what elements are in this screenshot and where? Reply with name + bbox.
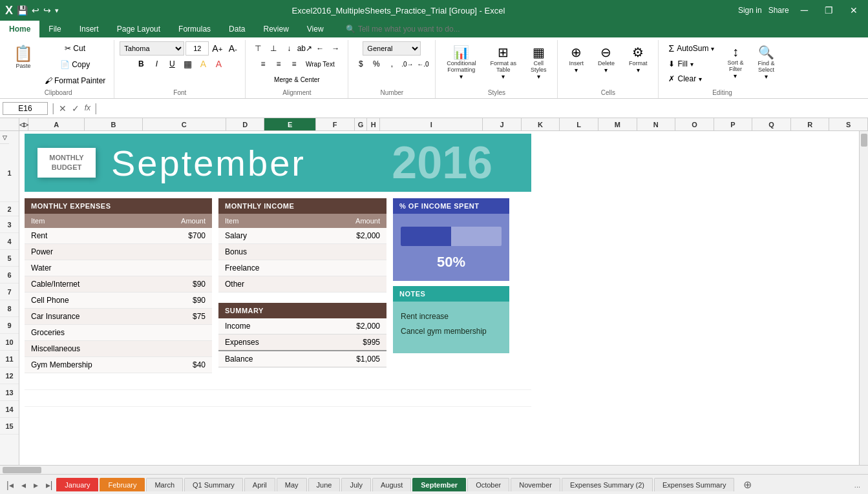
underline-button[interactable]: U [165,57,179,71]
paste-button[interactable]: 📋 Paste [8,41,39,72]
col-header-b[interactable]: B [85,118,142,130]
indent-increase-btn[interactable]: → [328,41,343,56]
font-size-input[interactable] [185,41,209,56]
expense-row-power[interactable]: Power [25,244,212,260]
copy-button[interactable]: 📄 Copy [41,57,109,72]
col-header-l[interactable]: L [560,118,598,130]
insert-function-icon[interactable]: fx [85,103,90,114]
align-left-btn[interactable]: ≡ [256,57,270,71]
cancel-formula-icon[interactable]: ✕ [59,103,67,114]
vertical-scrollbar[interactable] [859,131,868,465]
col-header-g[interactable]: G [355,118,368,130]
cell-reference-input[interactable] [3,102,48,115]
expense-row-groceries[interactable]: Groceries [25,325,212,341]
expense-row-cellphone[interactable]: Cell Phone $90 [25,293,212,309]
insert-button[interactable]: ⊕ Insert ▾ [563,41,589,77]
tab-scroll-indicator[interactable]: ... [849,481,865,489]
delete-dropdown[interactable]: ▾ [604,67,608,74]
scrollbar-thumb[interactable] [861,134,867,147]
tab-january[interactable]: January [56,478,98,491]
signin-button[interactable]: Sign in [738,6,762,15]
quick-access-save[interactable]: 💾 [17,5,28,15]
restore-button[interactable]: ❐ [820,4,838,17]
col-header-n[interactable]: N [637,118,676,130]
col-header-j[interactable]: J [483,118,522,130]
borders-button[interactable]: ▦ [180,57,195,71]
col-header-h[interactable]: H [367,118,380,130]
clear-button[interactable]: ✗ Clear ▾ [664,72,719,85]
row-15[interactable] [25,390,531,407]
tab-april[interactable]: April [244,478,275,491]
fill-button[interactable]: ⬇ Fill ▾ [664,57,719,70]
merge-center-btn[interactable]: Merge & Center [271,72,323,87]
expense-row-water[interactable]: Water [25,260,212,276]
row-num-2[interactable]: 2 [0,202,19,216]
summary-balance-row[interactable]: Balance $1,005 [218,351,386,367]
conditional-formatting-dropdown[interactable]: ▾ [460,73,463,80]
tab-nav-next[interactable]: ▸ [30,479,42,491]
ribbon-search[interactable]: 🔍 [333,21,868,37]
expense-row-gym[interactable]: Gym Membership $40 [25,357,212,373]
row-num-10[interactable]: 10 [0,334,19,351]
col-header-p[interactable]: P [714,118,753,130]
cell-styles-dropdown[interactable]: ▾ [537,73,540,80]
col-header-e[interactable]: E [264,118,315,130]
tab-file[interactable]: File [39,21,70,37]
tab-nav-first[interactable]: |◂ [3,479,17,491]
increase-decimal-btn[interactable]: .0→ [400,57,414,71]
align-top-btn[interactable]: ⊤ [251,41,265,56]
decrease-font-btn[interactable]: A- [226,41,240,56]
comma-btn[interactable]: , [385,57,399,71]
quick-access-undo[interactable]: ↩ [32,5,39,15]
tell-me-input[interactable] [358,25,487,34]
align-bottom-btn[interactable]: ↓ [282,41,296,56]
tab-data[interactable]: Data [220,21,254,37]
tab-home[interactable]: Home [0,21,39,37]
font-color-button[interactable]: A [211,57,226,71]
col-header-r[interactable]: R [791,118,830,130]
align-right-btn[interactable]: ≡ [287,57,301,71]
expense-row-car[interactable]: Car Insurance $75 [25,309,212,325]
number-format-select[interactable]: General [363,41,421,56]
find-dropdown[interactable]: ▾ [765,73,768,80]
row-num-11[interactable]: 11 [0,351,19,367]
summary-expense-row[interactable]: Expenses $995 [218,334,386,351]
increase-font-btn[interactable]: A+ [210,41,224,56]
horizontal-scrollbar[interactable] [0,465,868,474]
tab-may[interactable]: May [277,478,307,491]
format-dropdown[interactable]: ▾ [637,67,640,74]
tab-nav-last[interactable]: ▸| [42,479,57,491]
format-as-table-button[interactable]: ⊞ Format asTable ▾ [484,41,522,83]
expense-row-misc[interactable]: Miscellaneous [25,341,212,357]
orientation-btn[interactable]: ab↗ [297,41,312,56]
percent-btn[interactable]: % [369,57,383,71]
tab-october[interactable]: October [467,478,509,491]
row-num-9[interactable]: 9 [0,317,19,334]
income-row-freelance[interactable]: Freelance [218,260,386,276]
expense-row-cable[interactable]: Cable/Internet $90 [25,276,212,293]
conditional-formatting-button[interactable]: 📊 ConditionalFormatting ▾ [441,41,482,83]
format-button[interactable]: ⚙ Format ▾ [623,41,653,77]
cell-styles-button[interactable]: ▦ CellStyles ▾ [525,41,553,83]
col-header-m[interactable]: M [598,118,637,130]
decrease-decimal-btn[interactable]: ←.0 [416,57,430,71]
col-header-a[interactable]: A [28,118,85,130]
confirm-formula-icon[interactable]: ✓ [72,103,79,114]
expense-row-rent[interactable]: Rent $700 [25,228,212,244]
row-num-14[interactable]: 14 [0,401,19,418]
tab-nav-prev[interactable]: ◂ [17,479,30,491]
tab-november[interactable]: November [511,478,560,491]
income-row-salary[interactable]: Salary $2,000 [218,228,386,244]
col-header-q[interactable]: Q [752,118,791,130]
row-num-3[interactable]: 3 [0,216,19,233]
col-header-k[interactable]: K [522,118,560,130]
format-table-dropdown[interactable]: ▾ [502,73,505,80]
align-center-btn[interactable]: ≡ [271,57,286,71]
row-num-12[interactable]: 12 [0,367,19,384]
sort-filter-button[interactable]: ↕ Sort &Filter ▾ [721,41,749,85]
tab-july[interactable]: July [341,478,371,491]
autosum-dropdown[interactable]: ▾ [711,45,714,52]
row-num-5[interactable]: 5 [0,250,19,267]
find-select-button[interactable]: 🔍 Find &Select ▾ [752,41,781,85]
accounting-format-btn[interactable]: $ [354,57,368,71]
